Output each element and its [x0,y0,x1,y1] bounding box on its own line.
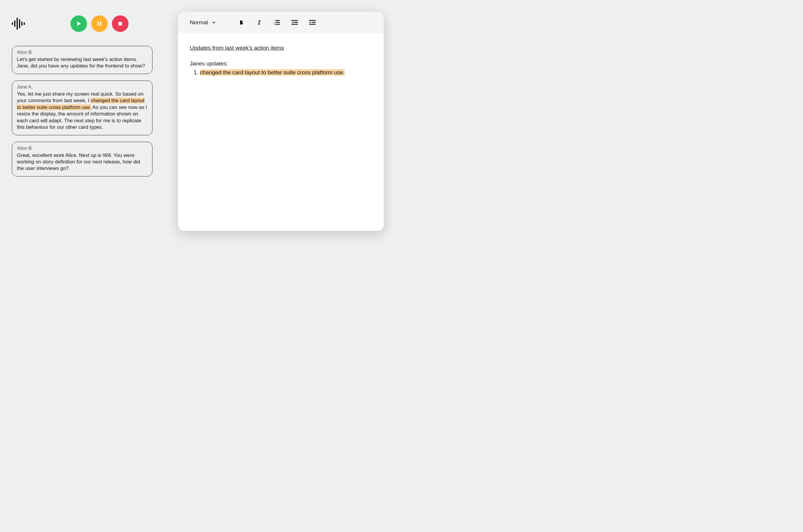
outdent-icon [291,20,298,25]
svg-text:3: 3 [273,23,275,25]
svg-rect-8 [276,24,280,25]
bold-icon [238,20,244,25]
indent-button[interactable] [308,19,316,26]
svg-rect-12 [309,20,316,21]
notes-editor: Normal 1 2 3 [178,12,384,231]
bold-button[interactable] [237,19,245,26]
svg-rect-10 [294,22,298,23]
editor-body[interactable]: Updates from last week's action items Ja… [178,33,384,231]
stop-icon [118,21,122,26]
indent-icon [309,20,316,25]
pause-button[interactable] [91,15,108,32]
transcript-item[interactable]: Alice B. Great, excellent work Alice. Ne… [12,142,152,176]
transcript-item[interactable]: Alice B. Let's get started by reviewing … [12,46,152,74]
transcript-text: Let's get started by reviewing last week… [17,56,148,70]
waveform-icon [12,18,25,30]
audio-controls [12,15,152,33]
svg-rect-11 [291,24,298,25]
svg-rect-6 [276,20,280,21]
stop-button[interactable] [112,15,129,32]
svg-rect-14 [309,24,316,25]
editor-toolbar: Normal 1 2 3 [178,12,384,33]
svg-rect-2 [118,22,122,25]
doc-ordered-list: changed the card layout to better suite … [190,69,372,77]
transcript-text: Yes, let me just share my screen real qu… [17,91,148,131]
numbered-list-icon: 1 2 3 [273,20,280,25]
speaker-label: Jane A. [17,84,148,90]
transcript-list: Alice B. Let's get started by reviewing … [12,46,152,176]
doc-heading: Updates from last week's action items [190,44,372,52]
svg-rect-0 [98,22,99,26]
text-style-label: Normal [190,19,208,26]
pause-icon [97,21,102,26]
italic-button[interactable] [255,19,263,26]
transcript-text: Great, excellent work Alice. Next up is … [17,152,148,172]
svg-rect-13 [312,22,316,23]
play-icon [76,21,81,26]
svg-rect-1 [100,22,101,26]
svg-rect-7 [276,22,280,23]
play-button[interactable] [71,15,87,32]
doc-subheading: Janes updates: [190,59,372,68]
list-button[interactable]: 1 2 3 [273,19,281,26]
text-style-dropdown[interactable]: Normal [190,19,215,26]
speaker-label: Alice B. [17,146,148,151]
outdent-button[interactable] [291,19,299,26]
speaker-label: Alice B. [17,50,148,55]
highlighted-text: changed the card layout to better suite … [200,69,345,76]
chevron-down-icon [212,21,215,24]
svg-rect-9 [291,20,298,21]
transcript-panel: Alice B. Let's get started by reviewing … [12,15,152,176]
italic-icon [256,20,262,25]
transcript-item[interactable]: Jane A. Yes, let me just share my screen… [12,80,152,135]
list-item: changed the card layout to better suite … [200,69,372,77]
